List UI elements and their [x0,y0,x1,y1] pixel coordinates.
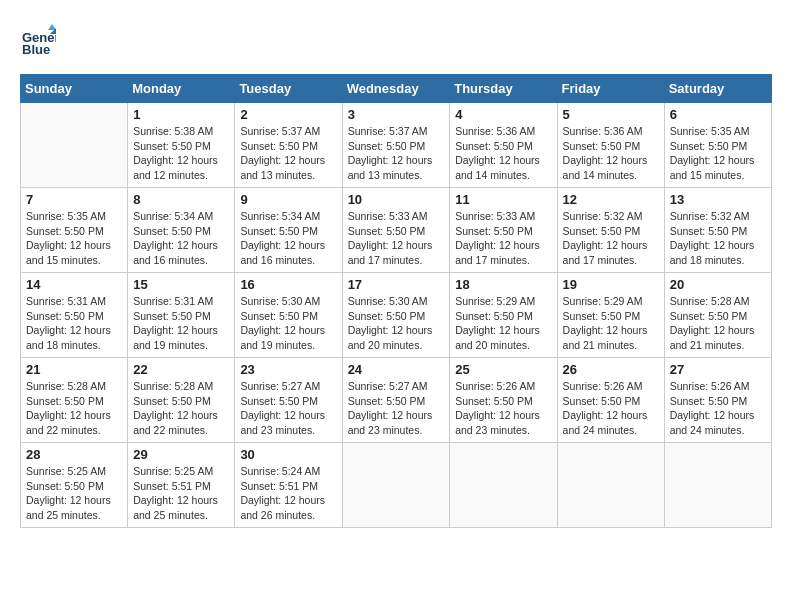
day-info: Sunrise: 5:33 AMSunset: 5:50 PMDaylight:… [455,209,551,268]
day-info: Sunrise: 5:27 AMSunset: 5:50 PMDaylight:… [348,379,445,438]
day-info: Sunrise: 5:31 AMSunset: 5:50 PMDaylight:… [26,294,122,353]
calendar-cell: 20Sunrise: 5:28 AMSunset: 5:50 PMDayligh… [664,273,771,358]
calendar-cell: 14Sunrise: 5:31 AMSunset: 5:50 PMDayligh… [21,273,128,358]
day-header-thursday: Thursday [450,75,557,103]
calendar-cell: 26Sunrise: 5:26 AMSunset: 5:50 PMDayligh… [557,358,664,443]
day-header-wednesday: Wednesday [342,75,450,103]
calendar-cell: 24Sunrise: 5:27 AMSunset: 5:50 PMDayligh… [342,358,450,443]
calendar-cell: 9Sunrise: 5:34 AMSunset: 5:50 PMDaylight… [235,188,342,273]
day-info: Sunrise: 5:35 AMSunset: 5:50 PMDaylight:… [26,209,122,268]
day-info: Sunrise: 5:28 AMSunset: 5:50 PMDaylight:… [26,379,122,438]
calendar-cell: 1Sunrise: 5:38 AMSunset: 5:50 PMDaylight… [128,103,235,188]
day-number: 15 [133,277,229,292]
day-number: 11 [455,192,551,207]
day-number: 24 [348,362,445,377]
calendar-cell [664,443,771,528]
day-number: 18 [455,277,551,292]
day-info: Sunrise: 5:32 AMSunset: 5:50 PMDaylight:… [670,209,766,268]
calendar-cell: 2Sunrise: 5:37 AMSunset: 5:50 PMDaylight… [235,103,342,188]
day-header-monday: Monday [128,75,235,103]
day-info: Sunrise: 5:33 AMSunset: 5:50 PMDaylight:… [348,209,445,268]
day-number: 22 [133,362,229,377]
day-info: Sunrise: 5:36 AMSunset: 5:50 PMDaylight:… [455,124,551,183]
day-info: Sunrise: 5:34 AMSunset: 5:50 PMDaylight:… [240,209,336,268]
calendar-cell: 5Sunrise: 5:36 AMSunset: 5:50 PMDaylight… [557,103,664,188]
day-number: 12 [563,192,659,207]
day-number: 21 [26,362,122,377]
day-number: 2 [240,107,336,122]
day-number: 29 [133,447,229,462]
day-info: Sunrise: 5:27 AMSunset: 5:50 PMDaylight:… [240,379,336,438]
svg-text:Blue: Blue [22,42,50,56]
day-number: 13 [670,192,766,207]
day-info: Sunrise: 5:36 AMSunset: 5:50 PMDaylight:… [563,124,659,183]
day-info: Sunrise: 5:25 AMSunset: 5:51 PMDaylight:… [133,464,229,523]
calendar-cell: 27Sunrise: 5:26 AMSunset: 5:50 PMDayligh… [664,358,771,443]
day-number: 17 [348,277,445,292]
calendar-cell: 7Sunrise: 5:35 AMSunset: 5:50 PMDaylight… [21,188,128,273]
calendar-cell: 29Sunrise: 5:25 AMSunset: 5:51 PMDayligh… [128,443,235,528]
day-number: 28 [26,447,122,462]
day-number: 14 [26,277,122,292]
calendar-cell: 12Sunrise: 5:32 AMSunset: 5:50 PMDayligh… [557,188,664,273]
calendar-cell: 22Sunrise: 5:28 AMSunset: 5:50 PMDayligh… [128,358,235,443]
day-number: 8 [133,192,229,207]
day-info: Sunrise: 5:37 AMSunset: 5:50 PMDaylight:… [348,124,445,183]
day-number: 1 [133,107,229,122]
day-info: Sunrise: 5:28 AMSunset: 5:50 PMDaylight:… [670,294,766,353]
calendar-cell: 8Sunrise: 5:34 AMSunset: 5:50 PMDaylight… [128,188,235,273]
calendar-cell: 4Sunrise: 5:36 AMSunset: 5:50 PMDaylight… [450,103,557,188]
calendar-cell [557,443,664,528]
day-header-friday: Friday [557,75,664,103]
day-number: 16 [240,277,336,292]
day-info: Sunrise: 5:30 AMSunset: 5:50 PMDaylight:… [240,294,336,353]
day-number: 27 [670,362,766,377]
day-number: 25 [455,362,551,377]
svg-marker-2 [48,24,56,30]
calendar-cell: 16Sunrise: 5:30 AMSunset: 5:50 PMDayligh… [235,273,342,358]
day-number: 10 [348,192,445,207]
calendar-cell: 10Sunrise: 5:33 AMSunset: 5:50 PMDayligh… [342,188,450,273]
calendar-cell: 17Sunrise: 5:30 AMSunset: 5:50 PMDayligh… [342,273,450,358]
day-number: 4 [455,107,551,122]
calendar-cell: 25Sunrise: 5:26 AMSunset: 5:50 PMDayligh… [450,358,557,443]
day-number: 19 [563,277,659,292]
week-row-2: 7Sunrise: 5:35 AMSunset: 5:50 PMDaylight… [21,188,772,273]
day-info: Sunrise: 5:34 AMSunset: 5:50 PMDaylight:… [133,209,229,268]
day-info: Sunrise: 5:26 AMSunset: 5:50 PMDaylight:… [563,379,659,438]
calendar-cell: 23Sunrise: 5:27 AMSunset: 5:50 PMDayligh… [235,358,342,443]
day-info: Sunrise: 5:32 AMSunset: 5:50 PMDaylight:… [563,209,659,268]
week-row-4: 21Sunrise: 5:28 AMSunset: 5:50 PMDayligh… [21,358,772,443]
day-info: Sunrise: 5:30 AMSunset: 5:50 PMDaylight:… [348,294,445,353]
calendar-cell: 15Sunrise: 5:31 AMSunset: 5:50 PMDayligh… [128,273,235,358]
day-number: 20 [670,277,766,292]
calendar-cell: 28Sunrise: 5:25 AMSunset: 5:50 PMDayligh… [21,443,128,528]
calendar-cell [342,443,450,528]
calendar-cell: 18Sunrise: 5:29 AMSunset: 5:50 PMDayligh… [450,273,557,358]
day-info: Sunrise: 5:24 AMSunset: 5:51 PMDaylight:… [240,464,336,523]
day-number: 7 [26,192,122,207]
day-info: Sunrise: 5:29 AMSunset: 5:50 PMDaylight:… [455,294,551,353]
calendar-cell [450,443,557,528]
day-header-saturday: Saturday [664,75,771,103]
day-info: Sunrise: 5:35 AMSunset: 5:50 PMDaylight:… [670,124,766,183]
day-info: Sunrise: 5:25 AMSunset: 5:50 PMDaylight:… [26,464,122,523]
logo: General Blue [20,20,60,56]
day-info: Sunrise: 5:28 AMSunset: 5:50 PMDaylight:… [133,379,229,438]
day-number: 6 [670,107,766,122]
week-row-3: 14Sunrise: 5:31 AMSunset: 5:50 PMDayligh… [21,273,772,358]
day-number: 26 [563,362,659,377]
calendar-cell: 30Sunrise: 5:24 AMSunset: 5:51 PMDayligh… [235,443,342,528]
day-info: Sunrise: 5:26 AMSunset: 5:50 PMDaylight:… [455,379,551,438]
day-header-tuesday: Tuesday [235,75,342,103]
day-number: 5 [563,107,659,122]
day-info: Sunrise: 5:37 AMSunset: 5:50 PMDaylight:… [240,124,336,183]
week-row-5: 28Sunrise: 5:25 AMSunset: 5:50 PMDayligh… [21,443,772,528]
day-info: Sunrise: 5:38 AMSunset: 5:50 PMDaylight:… [133,124,229,183]
week-row-1: 1Sunrise: 5:38 AMSunset: 5:50 PMDaylight… [21,103,772,188]
day-number: 30 [240,447,336,462]
calendar-cell: 21Sunrise: 5:28 AMSunset: 5:50 PMDayligh… [21,358,128,443]
day-header-sunday: Sunday [21,75,128,103]
day-info: Sunrise: 5:26 AMSunset: 5:50 PMDaylight:… [670,379,766,438]
day-number: 9 [240,192,336,207]
